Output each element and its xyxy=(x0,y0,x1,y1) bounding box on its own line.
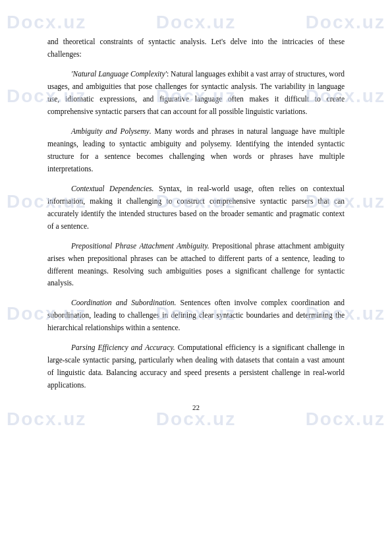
watermark-13: Docx.uz xyxy=(7,409,86,430)
section-5-title: Coordination and Subordination. xyxy=(71,299,176,307)
watermark-2: Docx.uz xyxy=(156,12,236,33)
intro-paragraph: and theoretical constraints of syntactic… xyxy=(47,36,345,61)
section-1-text: 'Natural Language Complexity': Natural l… xyxy=(47,68,345,118)
section-prepositional: Prepositional Phrase Attachment Ambiguit… xyxy=(47,240,345,290)
watermark-1: Docx.uz xyxy=(7,12,86,33)
document-page: Docx.uz Docx.uz Docx.uz Docx.uz Docx.uz … xyxy=(0,0,392,555)
section-coordination: Coordination and Subordination. Sentence… xyxy=(47,297,345,334)
main-content: and theoretical constraints of syntactic… xyxy=(47,36,345,392)
section-contextual: Contextual Dependencies. Syntax, in real… xyxy=(47,183,345,233)
section-natural-language: 'Natural Language Complexity': Natural l… xyxy=(47,68,345,118)
watermark-15: Docx.uz xyxy=(306,409,385,430)
section-3-title: Contextual Dependencies. xyxy=(71,185,154,192)
section-ambiguity: Ambiguity and Polysemy. Many words and p… xyxy=(47,125,345,175)
section-6-title: Parsing Efficiency and Accuracy. xyxy=(71,343,175,351)
watermark-3: Docx.uz xyxy=(306,12,385,33)
section-1-title: 'Natural Language Complexity' xyxy=(71,70,167,78)
section-2-title: Ambiguity and Polysemy xyxy=(71,127,150,135)
section-5-text: Coordination and Subordination. Sentence… xyxy=(47,297,345,334)
watermark-row-mid4: Docx.uz Docx.uz Docx.uz xyxy=(0,409,392,430)
section-parsing: Parsing Efficiency and Accuracy. Computa… xyxy=(47,341,345,392)
section-4-text: Prepositional Phrase Attachment Ambiguit… xyxy=(47,240,345,290)
section-4-title: Prepositional Phrase Attachment Ambiguit… xyxy=(71,242,210,250)
section-6-text: Parsing Efficiency and Accuracy. Computa… xyxy=(47,341,345,392)
section-3-text: Contextual Dependencies. Syntax, in real… xyxy=(47,183,345,233)
watermark-row-top: Docx.uz Docx.uz Docx.uz xyxy=(0,0,392,33)
page-number: 22 xyxy=(47,403,345,411)
section-2-text: Ambiguity and Polysemy. Many words and p… xyxy=(47,125,345,175)
watermark-14: Docx.uz xyxy=(156,409,236,430)
intro-text: and theoretical constraints of syntactic… xyxy=(47,36,345,61)
